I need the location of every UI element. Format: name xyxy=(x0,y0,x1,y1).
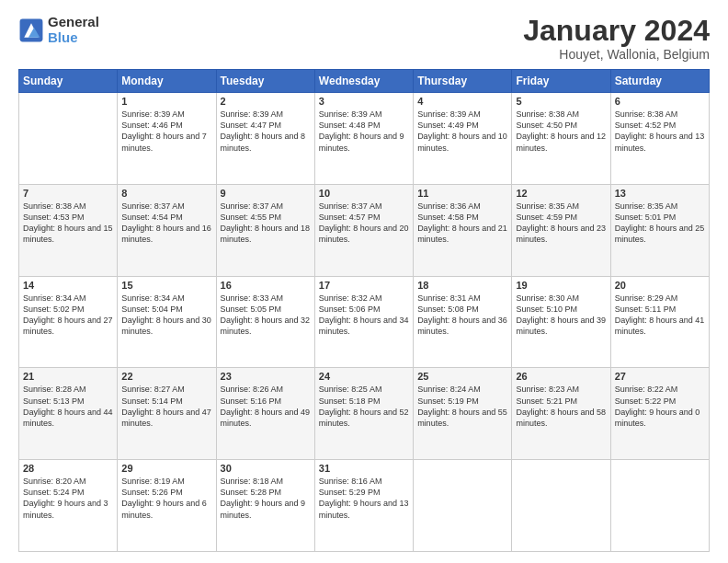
day-info: Sunrise: 8:27 AMSunset: 5:14 PMDaylight:… xyxy=(121,384,211,429)
table-row: 8Sunrise: 8:37 AMSunset: 4:54 PMDaylight… xyxy=(118,184,216,276)
day-info: Sunrise: 8:39 AMSunset: 4:46 PMDaylight:… xyxy=(121,109,211,154)
page: General Blue January 2024 Houyet, Wallon… xyxy=(0,0,728,563)
day-info: Sunrise: 8:39 AMSunset: 4:47 PMDaylight:… xyxy=(221,109,311,154)
calendar-week-3: 14Sunrise: 8:34 AMSunset: 5:02 PMDayligh… xyxy=(19,276,710,368)
calendar-week-4: 21Sunrise: 8:28 AMSunset: 5:13 PMDayligh… xyxy=(19,368,710,460)
header-friday: Friday xyxy=(512,70,610,93)
day-info: Sunrise: 8:34 AMSunset: 5:02 PMDaylight:… xyxy=(23,293,113,338)
day-info: Sunrise: 8:24 AMSunset: 5:19 PMDaylight:… xyxy=(417,384,507,429)
table-row: 25Sunrise: 8:24 AMSunset: 5:19 PMDayligh… xyxy=(414,368,512,460)
day-number: 16 xyxy=(221,280,311,291)
table-row: 26Sunrise: 8:23 AMSunset: 5:21 PMDayligh… xyxy=(512,368,610,460)
header-thursday: Thursday xyxy=(414,70,512,93)
day-number: 20 xyxy=(615,280,705,291)
logo-line1: General xyxy=(48,15,99,30)
day-info: Sunrise: 8:22 AMSunset: 5:22 PMDaylight:… xyxy=(615,384,705,429)
day-info: Sunrise: 8:34 AMSunset: 5:04 PMDaylight:… xyxy=(121,293,211,338)
day-number: 13 xyxy=(615,188,705,199)
day-info: Sunrise: 8:30 AMSunset: 5:10 PMDaylight:… xyxy=(516,293,606,338)
day-number: 30 xyxy=(221,463,311,474)
day-info: Sunrise: 8:20 AMSunset: 5:24 PMDaylight:… xyxy=(23,476,113,521)
day-number: 12 xyxy=(516,188,606,199)
day-info: Sunrise: 8:39 AMSunset: 4:49 PMDaylight:… xyxy=(417,109,507,154)
day-number: 28 xyxy=(23,463,113,474)
day-info: Sunrise: 8:23 AMSunset: 5:21 PMDaylight:… xyxy=(516,384,606,429)
table-row: 6Sunrise: 8:38 AMSunset: 4:52 PMDaylight… xyxy=(610,93,709,185)
day-info: Sunrise: 8:35 AMSunset: 4:59 PMDaylight:… xyxy=(516,201,606,246)
table-row: 28Sunrise: 8:20 AMSunset: 5:24 PMDayligh… xyxy=(19,460,118,552)
day-number: 7 xyxy=(23,188,113,199)
day-number: 5 xyxy=(516,96,606,107)
table-row: 14Sunrise: 8:34 AMSunset: 5:02 PMDayligh… xyxy=(19,276,118,368)
table-row xyxy=(610,460,709,552)
month-title: January 2024 xyxy=(523,15,710,47)
table-row: 17Sunrise: 8:32 AMSunset: 5:06 PMDayligh… xyxy=(314,276,413,368)
table-row: 11Sunrise: 8:36 AMSunset: 4:58 PMDayligh… xyxy=(414,184,512,276)
table-row: 5Sunrise: 8:38 AMSunset: 4:50 PMDaylight… xyxy=(512,93,610,185)
day-info: Sunrise: 8:35 AMSunset: 5:01 PMDaylight:… xyxy=(615,201,705,246)
day-info: Sunrise: 8:33 AMSunset: 5:05 PMDaylight:… xyxy=(221,293,311,338)
table-row: 10Sunrise: 8:37 AMSunset: 4:57 PMDayligh… xyxy=(314,184,413,276)
day-info: Sunrise: 8:38 AMSunset: 4:52 PMDaylight:… xyxy=(615,109,705,154)
table-row: 21Sunrise: 8:28 AMSunset: 5:13 PMDayligh… xyxy=(19,368,118,460)
day-number: 11 xyxy=(417,188,507,199)
day-number: 24 xyxy=(319,371,409,382)
table-row xyxy=(414,460,512,552)
day-info: Sunrise: 8:32 AMSunset: 5:06 PMDaylight:… xyxy=(319,293,409,338)
day-number: 10 xyxy=(319,188,409,199)
table-row: 29Sunrise: 8:19 AMSunset: 5:26 PMDayligh… xyxy=(118,460,216,552)
title-block: January 2024 Houyet, Wallonia, Belgium xyxy=(523,15,710,62)
table-row: 24Sunrise: 8:25 AMSunset: 5:18 PMDayligh… xyxy=(314,368,413,460)
day-number: 17 xyxy=(319,280,409,291)
table-row: 13Sunrise: 8:35 AMSunset: 5:01 PMDayligh… xyxy=(610,184,709,276)
day-info: Sunrise: 8:16 AMSunset: 5:29 PMDaylight:… xyxy=(319,476,409,521)
day-info: Sunrise: 8:19 AMSunset: 5:26 PMDaylight:… xyxy=(121,476,211,521)
day-number: 15 xyxy=(121,280,211,291)
table-row: 1Sunrise: 8:39 AMSunset: 4:46 PMDaylight… xyxy=(118,93,216,185)
table-row xyxy=(19,93,118,185)
day-number: 18 xyxy=(417,280,507,291)
table-row: 18Sunrise: 8:31 AMSunset: 5:08 PMDayligh… xyxy=(414,276,512,368)
day-info: Sunrise: 8:38 AMSunset: 4:50 PMDaylight:… xyxy=(516,109,606,154)
table-row: 30Sunrise: 8:18 AMSunset: 5:28 PMDayligh… xyxy=(216,460,314,552)
calendar-week-2: 7Sunrise: 8:38 AMSunset: 4:53 PMDaylight… xyxy=(19,184,710,276)
table-row: 19Sunrise: 8:30 AMSunset: 5:10 PMDayligh… xyxy=(512,276,610,368)
day-number: 6 xyxy=(615,96,705,107)
day-info: Sunrise: 8:38 AMSunset: 4:53 PMDaylight:… xyxy=(23,201,113,246)
logo-line2: Blue xyxy=(48,29,78,45)
day-number: 14 xyxy=(23,280,113,291)
day-info: Sunrise: 8:25 AMSunset: 5:18 PMDaylight:… xyxy=(319,384,409,429)
logo: General Blue xyxy=(18,15,99,45)
table-row: 27Sunrise: 8:22 AMSunset: 5:22 PMDayligh… xyxy=(610,368,709,460)
day-number: 9 xyxy=(221,188,311,199)
header-tuesday: Tuesday xyxy=(216,70,314,93)
day-number: 23 xyxy=(221,371,311,382)
table-row: 7Sunrise: 8:38 AMSunset: 4:53 PMDaylight… xyxy=(19,184,118,276)
day-number: 29 xyxy=(121,463,211,474)
day-number: 19 xyxy=(516,280,606,291)
table-row: 4Sunrise: 8:39 AMSunset: 4:49 PMDaylight… xyxy=(414,93,512,185)
header-sunday: Sunday xyxy=(19,70,118,93)
table-row: 3Sunrise: 8:39 AMSunset: 4:48 PMDaylight… xyxy=(314,93,413,185)
day-number: 2 xyxy=(221,96,311,107)
table-row: 16Sunrise: 8:33 AMSunset: 5:05 PMDayligh… xyxy=(216,276,314,368)
table-row: 23Sunrise: 8:26 AMSunset: 5:16 PMDayligh… xyxy=(216,368,314,460)
header-wednesday: Wednesday xyxy=(314,70,413,93)
table-row: 15Sunrise: 8:34 AMSunset: 5:04 PMDayligh… xyxy=(118,276,216,368)
day-number: 21 xyxy=(23,371,113,382)
day-info: Sunrise: 8:37 AMSunset: 4:54 PMDaylight:… xyxy=(121,201,211,246)
logo-icon xyxy=(18,17,44,43)
day-number: 26 xyxy=(516,371,606,382)
day-number: 31 xyxy=(319,463,409,474)
table-row xyxy=(512,460,610,552)
table-row: 12Sunrise: 8:35 AMSunset: 4:59 PMDayligh… xyxy=(512,184,610,276)
day-info: Sunrise: 8:36 AMSunset: 4:58 PMDaylight:… xyxy=(417,201,507,246)
day-info: Sunrise: 8:26 AMSunset: 5:16 PMDaylight:… xyxy=(221,384,311,429)
day-info: Sunrise: 8:37 AMSunset: 4:57 PMDaylight:… xyxy=(319,201,409,246)
day-number: 27 xyxy=(615,371,705,382)
day-number: 4 xyxy=(417,96,507,107)
header-saturday: Saturday xyxy=(610,70,709,93)
day-number: 22 xyxy=(121,371,211,382)
day-number: 8 xyxy=(121,188,211,199)
calendar-week-5: 28Sunrise: 8:20 AMSunset: 5:24 PMDayligh… xyxy=(19,460,710,552)
